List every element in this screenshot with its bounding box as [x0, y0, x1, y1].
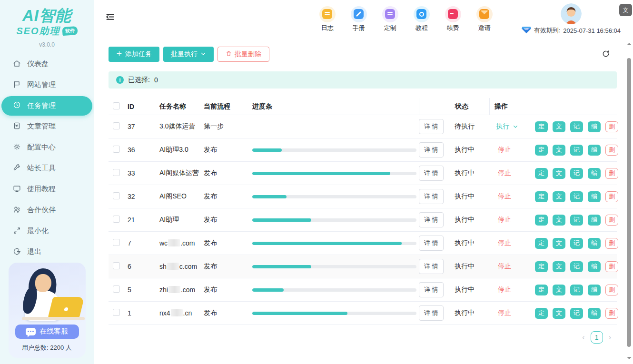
detail-button[interactable]: 详 情: [419, 119, 444, 134]
action-chip[interactable]: 定: [535, 121, 548, 132]
topbar-item-renew[interactable]: 续费: [443, 6, 464, 32]
sidebar-item-webmaster-tools[interactable]: 站长工具: [0, 158, 94, 179]
action-chip[interactable]: 记: [570, 308, 583, 319]
action-chip[interactable]: 定: [535, 238, 548, 249]
page-number[interactable]: 1: [591, 331, 603, 344]
stop-action[interactable]: 停止: [496, 309, 525, 317]
action-chip[interactable]: 记: [570, 285, 583, 295]
sidebar-collapse-button[interactable]: [103, 10, 117, 25]
action-chip[interactable]: 记: [570, 191, 583, 202]
row-checkbox[interactable]: [113, 216, 120, 223]
run-action[interactable]: 执行: [496, 122, 525, 131]
sidebar-item-minimize[interactable]: 最小化: [0, 221, 94, 242]
topbar-item-manual[interactable]: 手册: [348, 6, 369, 32]
detail-button[interactable]: 详 情: [419, 189, 444, 204]
refresh-button[interactable]: [601, 49, 611, 60]
sidebar-item-logout[interactable]: 退出: [0, 242, 94, 263]
action-chip[interactable]: 文: [553, 238, 565, 249]
topbar-item-logs[interactable]: 日志: [317, 6, 338, 32]
action-chip[interactable]: 文: [553, 145, 565, 156]
topbar-item-tutorial[interactable]: 教程: [411, 6, 432, 32]
action-chip[interactable]: 编: [588, 168, 601, 179]
delete-chip[interactable]: 删: [605, 308, 618, 319]
action-chip[interactable]: 记: [570, 121, 583, 132]
stop-action[interactable]: 停止: [496, 216, 525, 224]
scroll-down-icon[interactable]: [627, 357, 632, 359]
action-chip[interactable]: 文: [553, 121, 565, 132]
action-chip[interactable]: 定: [535, 168, 548, 179]
stop-action[interactable]: 停止: [496, 192, 525, 201]
stop-action[interactable]: 停止: [496, 285, 525, 294]
detail-button[interactable]: 详 情: [419, 259, 444, 274]
scrollbar-thumb[interactable]: [627, 58, 631, 347]
next-page-icon[interactable]: ›: [609, 334, 611, 341]
delete-chip[interactable]: 删: [605, 261, 618, 272]
action-chip[interactable]: 文: [553, 215, 565, 226]
sidebar-item-dashboard[interactable]: 仪表盘: [0, 54, 94, 75]
scroll-up-icon[interactable]: [627, 43, 632, 45]
online-service-button[interactable]: 在线客服: [15, 325, 79, 339]
detail-button[interactable]: 详 情: [419, 236, 444, 251]
action-chip[interactable]: 编: [588, 308, 601, 319]
delete-chip[interactable]: 删: [605, 168, 618, 179]
action-chip[interactable]: 编: [588, 215, 601, 226]
action-chip[interactable]: 编: [588, 145, 601, 156]
sidebar-item-config[interactable]: 配置中心: [0, 137, 94, 158]
sidebar-item-articles[interactable]: 文章管理: [0, 116, 94, 137]
delete-chip[interactable]: 删: [605, 121, 618, 132]
row-checkbox[interactable]: [113, 192, 120, 199]
row-checkbox[interactable]: [113, 122, 120, 129]
action-chip[interactable]: 编: [588, 121, 601, 132]
sidebar-item-tasks[interactable]: 任务管理: [1, 96, 92, 116]
action-chip[interactable]: 编: [588, 191, 601, 202]
action-chip[interactable]: 记: [570, 145, 583, 156]
action-chip[interactable]: 定: [535, 145, 548, 156]
detail-button[interactable]: 详 情: [419, 282, 444, 297]
detail-button[interactable]: 详 情: [419, 142, 444, 157]
row-checkbox[interactable]: [113, 309, 120, 316]
topbar-item-invite[interactable]: 邀请: [474, 6, 495, 32]
action-chip[interactable]: 文: [553, 191, 565, 202]
row-checkbox[interactable]: [113, 262, 120, 269]
detail-button[interactable]: 详 情: [419, 166, 444, 181]
action-chip[interactable]: 定: [535, 191, 548, 202]
row-checkbox[interactable]: [113, 239, 120, 246]
delete-chip[interactable]: 删: [605, 145, 618, 156]
action-chip[interactable]: 编: [588, 285, 601, 295]
action-chip[interactable]: 编: [588, 238, 601, 249]
action-chip[interactable]: 定: [535, 308, 548, 319]
delete-chip[interactable]: 删: [605, 215, 618, 226]
action-chip[interactable]: 定: [535, 261, 548, 272]
screen-capture-icon[interactable]: 文: [619, 4, 632, 16]
stop-action[interactable]: 停止: [496, 262, 525, 271]
action-chip[interactable]: 定: [535, 285, 548, 295]
stop-action[interactable]: 停止: [496, 169, 525, 177]
add-task-button[interactable]: 添加任务: [109, 47, 159, 62]
action-chip[interactable]: 记: [570, 215, 583, 226]
action-chip[interactable]: 记: [570, 168, 583, 179]
action-chip[interactable]: 编: [588, 261, 601, 272]
delete-chip[interactable]: 删: [605, 238, 618, 249]
detail-button[interactable]: 详 情: [419, 212, 444, 227]
scrollbar[interactable]: [625, 42, 633, 360]
sidebar-item-partners[interactable]: 合作伙伴: [0, 200, 94, 221]
delete-chip[interactable]: 删: [605, 285, 618, 295]
row-checkbox[interactable]: [113, 146, 120, 153]
action-chip[interactable]: 定: [535, 215, 548, 226]
action-chip[interactable]: 文: [553, 285, 565, 295]
action-chip[interactable]: 文: [553, 261, 565, 272]
row-checkbox[interactable]: [113, 169, 120, 176]
action-chip[interactable]: 记: [570, 261, 583, 272]
delete-chip[interactable]: 删: [605, 191, 618, 202]
row-checkbox[interactable]: [113, 285, 120, 293]
prev-page-icon[interactable]: ‹: [582, 334, 584, 341]
action-chip[interactable]: 记: [570, 238, 583, 249]
avatar[interactable]: [561, 3, 582, 24]
stop-action[interactable]: 停止: [496, 239, 525, 247]
batch-run-button[interactable]: 批量执行: [163, 47, 214, 62]
detail-button[interactable]: 详 情: [419, 305, 444, 321]
batch-delete-button[interactable]: 批量删除: [218, 47, 269, 62]
select-all-checkbox[interactable]: [113, 102, 120, 109]
stop-action[interactable]: 停止: [496, 146, 525, 154]
sidebar-item-websites[interactable]: 网站管理: [0, 75, 94, 96]
